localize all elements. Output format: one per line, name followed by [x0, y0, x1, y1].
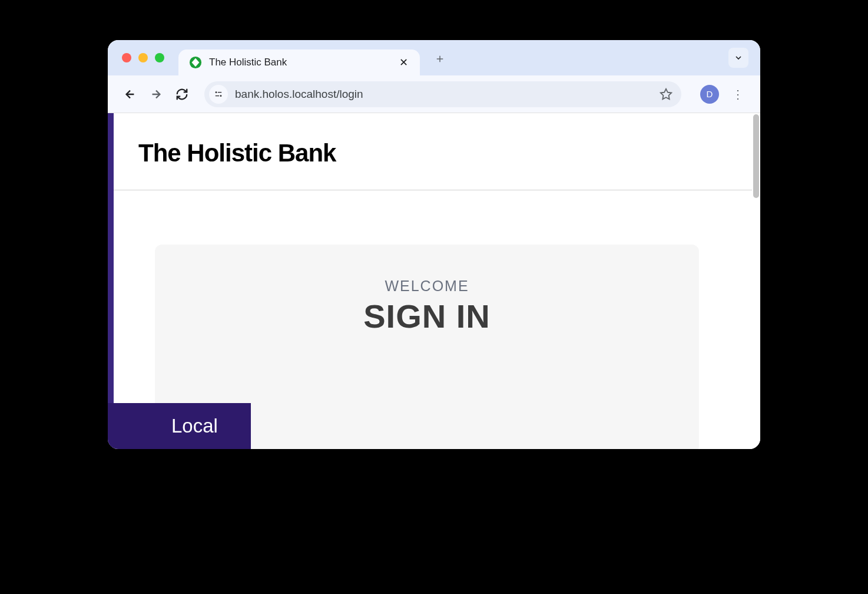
tabs-dropdown-button[interactable]	[728, 48, 748, 68]
tab-title: The Holistic Bank	[209, 57, 390, 68]
svg-point-6	[216, 91, 217, 93]
new-tab-button[interactable]	[432, 51, 448, 67]
address-bar[interactable]: bank.holos.localhost/login	[204, 81, 681, 107]
browser-toolbar: bank.holos.localhost/login D ⋮	[108, 75, 760, 113]
page-header: The Holistic Bank	[108, 113, 752, 190]
environment-badge: Local	[108, 403, 251, 449]
svg-marker-10	[661, 88, 671, 98]
accent-sidebar	[108, 113, 114, 449]
browser-tab[interactable]: The Holistic Bank ✕	[178, 50, 420, 75]
page-content: The Holistic Bank WELCOME SIGN IN Local	[108, 113, 752, 449]
profile-avatar[interactable]: D	[700, 85, 719, 104]
welcome-label: WELCOME	[178, 278, 675, 295]
site-settings-icon[interactable]	[209, 85, 228, 104]
svg-point-9	[220, 95, 222, 97]
maximize-window-button[interactable]	[155, 53, 164, 62]
scrollbar[interactable]	[752, 113, 760, 449]
page-title: The Holistic Bank	[138, 139, 752, 167]
tab-bar: The Holistic Bank ✕	[108, 40, 760, 75]
favicon-icon	[189, 56, 202, 69]
browser-window: The Holistic Bank ✕ bank.holos.localhost…	[108, 40, 760, 449]
forward-button[interactable]	[145, 84, 167, 105]
bookmark-star-icon[interactable]	[655, 84, 677, 105]
minimize-window-button[interactable]	[138, 53, 148, 62]
close-tab-icon[interactable]: ✕	[397, 56, 409, 69]
url-text: bank.holos.localhost/login	[235, 88, 655, 101]
reload-button[interactable]	[171, 84, 193, 105]
window-controls	[122, 53, 164, 62]
svg-rect-8	[216, 95, 220, 96]
page-viewport: The Holistic Bank WELCOME SIGN IN Local	[108, 113, 760, 449]
back-button[interactable]	[120, 84, 141, 105]
signin-heading: SIGN IN	[178, 297, 675, 335]
scrollbar-thumb[interactable]	[753, 114, 759, 198]
close-window-button[interactable]	[122, 53, 131, 62]
svg-rect-7	[218, 92, 222, 93]
browser-menu-button[interactable]: ⋮	[727, 84, 748, 105]
